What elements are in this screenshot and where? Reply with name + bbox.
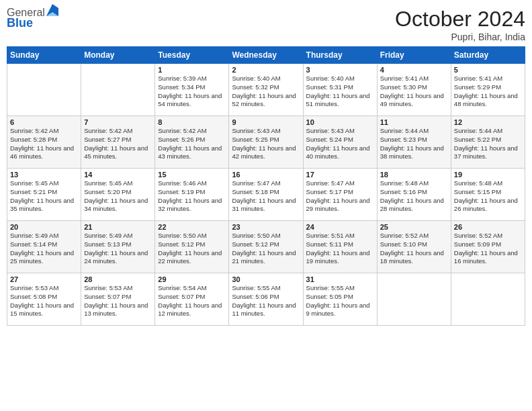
day-detail: Sunrise: 5:48 AMSunset: 5:15 PMDaylight:…: [454, 179, 518, 212]
calendar-cell: 9Sunrise: 5:43 AMSunset: 5:25 PMDaylight…: [229, 116, 303, 169]
day-number: 10: [306, 118, 374, 126]
day-detail: Sunrise: 5:40 AMSunset: 5:31 PMDaylight:…: [306, 75, 370, 107]
calendar-cell: 19Sunrise: 5:48 AMSunset: 5:15 PMDayligh…: [451, 169, 525, 221]
calendar-cell: 25Sunrise: 5:52 AMSunset: 5:10 PMDayligh…: [377, 221, 451, 273]
day-detail: Sunrise: 5:54 AMSunset: 5:07 PMDaylight:…: [158, 284, 222, 317]
day-detail: Sunrise: 5:53 AMSunset: 5:08 PMDaylight:…: [10, 284, 74, 317]
calendar-cell: 28Sunrise: 5:53 AMSunset: 5:07 PMDayligh…: [81, 273, 155, 326]
day-number: 22: [158, 223, 226, 231]
day-detail: Sunrise: 5:47 AMSunset: 5:18 PMDaylight:…: [232, 179, 296, 212]
day-number: 19: [454, 171, 522, 179]
title-section: October 2024 Pupri, Bihar, India: [395, 7, 525, 42]
logo-blue-text: Blue: [7, 16, 58, 30]
weekday-header-friday: Friday: [377, 47, 451, 64]
day-number: 9: [232, 118, 300, 126]
day-detail: Sunrise: 5:49 AMSunset: 5:13 PMDaylight:…: [84, 232, 148, 265]
calendar-week-3: 13Sunrise: 5:45 AMSunset: 5:21 PMDayligh…: [7, 169, 525, 221]
calendar-week-4: 20Sunrise: 5:49 AMSunset: 5:14 PMDayligh…: [7, 221, 525, 273]
day-number: 18: [380, 171, 448, 179]
day-detail: Sunrise: 5:40 AMSunset: 5:32 PMDaylight:…: [232, 75, 296, 107]
calendar-table: SundayMondayTuesdayWednesdayThursdayFrid…: [7, 46, 525, 326]
calendar-cell: [377, 273, 451, 326]
day-number: 6: [10, 118, 78, 126]
day-detail: Sunrise: 5:42 AMSunset: 5:26 PMDaylight:…: [158, 127, 222, 160]
day-detail: Sunrise: 5:46 AMSunset: 5:19 PMDaylight:…: [158, 179, 222, 212]
day-detail: Sunrise: 5:45 AMSunset: 5:20 PMDaylight:…: [84, 179, 148, 212]
day-detail: Sunrise: 5:51 AMSunset: 5:11 PMDaylight:…: [306, 232, 370, 265]
calendar-cell: 14Sunrise: 5:45 AMSunset: 5:20 PMDayligh…: [81, 169, 155, 221]
day-number: 12: [454, 118, 522, 126]
calendar-cell: 11Sunrise: 5:44 AMSunset: 5:23 PMDayligh…: [377, 116, 451, 169]
day-detail: Sunrise: 5:43 AMSunset: 5:24 PMDaylight:…: [306, 127, 370, 160]
day-detail: Sunrise: 5:48 AMSunset: 5:16 PMDaylight:…: [380, 179, 444, 212]
day-number: 15: [158, 171, 226, 179]
calendar-cell: 3Sunrise: 5:40 AMSunset: 5:31 PMDaylight…: [303, 64, 377, 116]
weekday-header-wednesday: Wednesday: [229, 47, 303, 64]
day-number: 1: [158, 66, 226, 74]
calendar-cell: 1Sunrise: 5:39 AMSunset: 5:34 PMDaylight…: [155, 64, 229, 116]
day-number: 24: [306, 223, 374, 231]
calendar-cell: 4Sunrise: 5:41 AMSunset: 5:30 PMDaylight…: [377, 64, 451, 116]
day-detail: Sunrise: 5:42 AMSunset: 5:27 PMDaylight:…: [84, 127, 148, 160]
day-number: 26: [454, 223, 522, 231]
day-number: 5: [454, 66, 522, 74]
calendar-cell: 26Sunrise: 5:52 AMSunset: 5:09 PMDayligh…: [451, 221, 525, 273]
calendar-cell: 16Sunrise: 5:47 AMSunset: 5:18 PMDayligh…: [229, 169, 303, 221]
day-number: 25: [380, 223, 448, 231]
day-detail: Sunrise: 5:44 AMSunset: 5:23 PMDaylight:…: [380, 127, 444, 160]
day-number: 23: [232, 223, 300, 231]
calendar-header-row: SundayMondayTuesdayWednesdayThursdayFrid…: [7, 47, 525, 64]
calendar-cell: 2Sunrise: 5:40 AMSunset: 5:32 PMDaylight…: [229, 64, 303, 116]
day-number: 16: [232, 171, 300, 179]
day-number: 27: [10, 275, 78, 283]
calendar-cell: 20Sunrise: 5:49 AMSunset: 5:14 PMDayligh…: [7, 221, 81, 273]
weekday-header-saturday: Saturday: [451, 47, 525, 64]
day-number: 13: [10, 171, 78, 179]
calendar-cell: 5Sunrise: 5:41 AMSunset: 5:29 PMDaylight…: [451, 64, 525, 116]
calendar-cell: 22Sunrise: 5:50 AMSunset: 5:12 PMDayligh…: [155, 221, 229, 273]
calendar-week-2: 6Sunrise: 5:42 AMSunset: 5:28 PMDaylight…: [7, 116, 525, 169]
day-number: 17: [306, 171, 374, 179]
day-number: 30: [232, 275, 300, 283]
day-detail: Sunrise: 5:50 AMSunset: 5:12 PMDaylight:…: [232, 232, 296, 265]
day-detail: Sunrise: 5:53 AMSunset: 5:07 PMDaylight:…: [84, 284, 148, 317]
day-number: 20: [10, 223, 78, 231]
day-number: 7: [84, 118, 152, 126]
calendar-cell: 30Sunrise: 5:55 AMSunset: 5:06 PMDayligh…: [229, 273, 303, 326]
day-number: 14: [84, 171, 152, 179]
calendar-cell: 29Sunrise: 5:54 AMSunset: 5:07 PMDayligh…: [155, 273, 229, 326]
day-detail: Sunrise: 5:39 AMSunset: 5:34 PMDaylight:…: [158, 75, 222, 107]
day-detail: Sunrise: 5:52 AMSunset: 5:10 PMDaylight:…: [380, 232, 444, 265]
calendar-cell: [81, 64, 155, 116]
day-number: 28: [84, 275, 152, 283]
day-detail: Sunrise: 5:43 AMSunset: 5:25 PMDaylight:…: [232, 127, 296, 160]
page-container: General Blue October 2024 Pupri, Bihar, …: [0, 0, 532, 411]
day-number: 4: [380, 66, 448, 74]
calendar-cell: 17Sunrise: 5:47 AMSunset: 5:17 PMDayligh…: [303, 169, 377, 221]
calendar-cell: 7Sunrise: 5:42 AMSunset: 5:27 PMDaylight…: [81, 116, 155, 169]
day-number: 31: [306, 275, 374, 283]
logo: General Blue: [7, 7, 58, 30]
calendar-cell: 8Sunrise: 5:42 AMSunset: 5:26 PMDaylight…: [155, 116, 229, 169]
day-detail: Sunrise: 5:50 AMSunset: 5:12 PMDaylight:…: [158, 232, 222, 265]
day-number: 11: [380, 118, 448, 126]
calendar-cell: 27Sunrise: 5:53 AMSunset: 5:08 PMDayligh…: [7, 273, 81, 326]
day-number: 29: [158, 275, 226, 283]
calendar-cell: 15Sunrise: 5:46 AMSunset: 5:19 PMDayligh…: [155, 169, 229, 221]
weekday-header-monday: Monday: [81, 47, 155, 64]
calendar-cell: 23Sunrise: 5:50 AMSunset: 5:12 PMDayligh…: [229, 221, 303, 273]
calendar-cell: 13Sunrise: 5:45 AMSunset: 5:21 PMDayligh…: [7, 169, 81, 221]
calendar-week-5: 27Sunrise: 5:53 AMSunset: 5:08 PMDayligh…: [7, 273, 525, 326]
weekday-header-sunday: Sunday: [7, 47, 81, 64]
calendar-cell: 10Sunrise: 5:43 AMSunset: 5:24 PMDayligh…: [303, 116, 377, 169]
day-detail: Sunrise: 5:41 AMSunset: 5:30 PMDaylight:…: [380, 75, 444, 107]
logo-icon: [46, 4, 58, 16]
day-detail: Sunrise: 5:41 AMSunset: 5:29 PMDaylight:…: [454, 75, 518, 107]
calendar-cell: 6Sunrise: 5:42 AMSunset: 5:28 PMDaylight…: [7, 116, 81, 169]
day-detail: Sunrise: 5:49 AMSunset: 5:14 PMDaylight:…: [10, 232, 74, 265]
location: Pupri, Bihar, India: [395, 32, 525, 42]
calendar-cell: 18Sunrise: 5:48 AMSunset: 5:16 PMDayligh…: [377, 169, 451, 221]
day-detail: Sunrise: 5:45 AMSunset: 5:21 PMDaylight:…: [10, 179, 74, 212]
day-detail: Sunrise: 5:44 AMSunset: 5:22 PMDaylight:…: [454, 127, 518, 160]
day-detail: Sunrise: 5:47 AMSunset: 5:17 PMDaylight:…: [306, 179, 370, 212]
